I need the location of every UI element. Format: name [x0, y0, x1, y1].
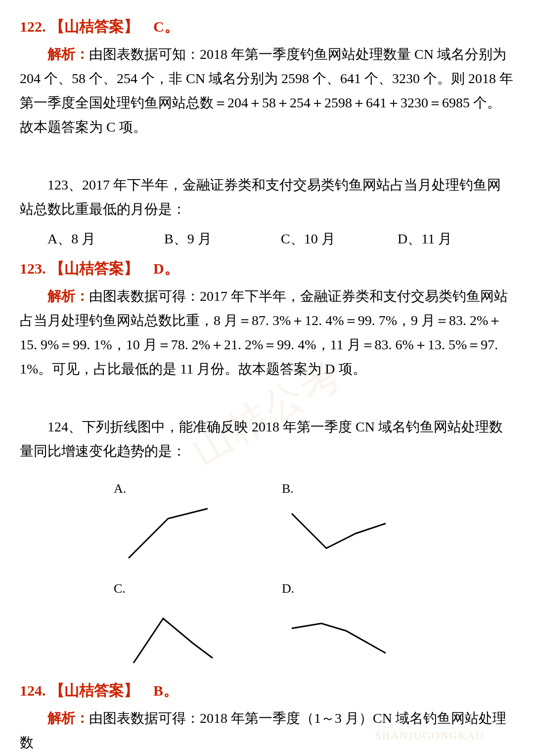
q124-chart-a-svg [114, 504, 232, 568]
q124-charts-row2: C. D. [20, 578, 514, 668]
q124-charts: A. B. C. [20, 478, 514, 668]
q124-chart-d: D. [282, 578, 420, 668]
q123-jiexi-label: 解析： [47, 288, 89, 304]
q123-option-c: C、10 月 [281, 227, 398, 251]
q123-analysis: 解析：由图表数据可得：2017 年下半年，金融证券类和支付交易类钓鱼网站占当月处… [20, 284, 514, 381]
q123-option-b: B、9 月 [164, 227, 281, 251]
q124-chart-c: C. [114, 578, 252, 668]
q124-jiexi-label: 解析： [47, 710, 89, 726]
q124-chart-d-svg [282, 604, 400, 668]
gap-1 [20, 143, 514, 158]
q124-chart-c-svg [114, 604, 232, 668]
q122-answer-line: 122. 【山桔答案】 C。 [20, 14, 514, 39]
q124-number: 124. [20, 682, 46, 699]
q122-bracket: 【山桔答案】 [49, 18, 138, 35]
q122-letter: C。 [153, 18, 179, 35]
q124-letter: B。 [153, 682, 178, 699]
q124-chart-a-label: A. [114, 478, 126, 500]
q124-answer-line: 124. 【山桔答案】 B。 [20, 678, 514, 703]
q122-number: 122. [20, 18, 46, 35]
q124-chart-c-label: C. [114, 578, 126, 600]
watermark-logo-bottom: SHANJUGONGKAO [375, 726, 485, 745]
q124-chart-b: B. [282, 478, 420, 568]
q123-options: A、8 月 B、9 月 C、10 月 D、11 月 [20, 227, 514, 251]
q124-question: 124、下列折线图中，能准确反映 2018 年第一季度 CN 域名钓鱼网站处理数… [20, 415, 514, 463]
q124-chart-d-label: D. [282, 578, 294, 600]
q123-answer-line: 123. 【山桔答案】 D。 [20, 256, 514, 281]
q122-analysis: 解析：由图表数据可知：2018 年第一季度钓鱼网站处理数量 CN 域名分别为 2… [20, 42, 514, 139]
main-content: 122. 【山桔答案】 C。 解析：由图表数据可知：2018 年第一季度钓鱼网站… [20, 14, 514, 756]
q122-body: 由图表数据可知：2018 年第一季度钓鱼网站处理数量 CN 域名分别为 204 … [20, 47, 513, 135]
q123-bracket: 【山桔答案】 [49, 260, 138, 277]
q123-option-a: A、8 月 [47, 227, 164, 251]
q123-letter: D。 [153, 260, 179, 277]
q123-body: 由图表数据可得：2017 年下半年，金融证券类和支付交易类钓鱼网站占当月处理钓鱼… [20, 288, 508, 377]
q124-chart-b-svg [282, 504, 400, 568]
q124-chart-b-label: B. [282, 478, 294, 500]
q123-question: 123、2017 年下半年，金融证券类和支付交易类钓鱼网站占当月处理钓鱼网站总数… [20, 173, 514, 221]
q124-chart-a: A. [114, 478, 252, 568]
q122-jiexi-label: 解析： [47, 47, 89, 62]
q123-number: 123. [20, 260, 46, 277]
q124-bracket: 【山桔答案】 [49, 682, 138, 699]
q124-charts-row1: A. B. [20, 478, 514, 568]
q123-option-d: D、11 月 [398, 227, 514, 251]
gap-2 [20, 385, 514, 400]
